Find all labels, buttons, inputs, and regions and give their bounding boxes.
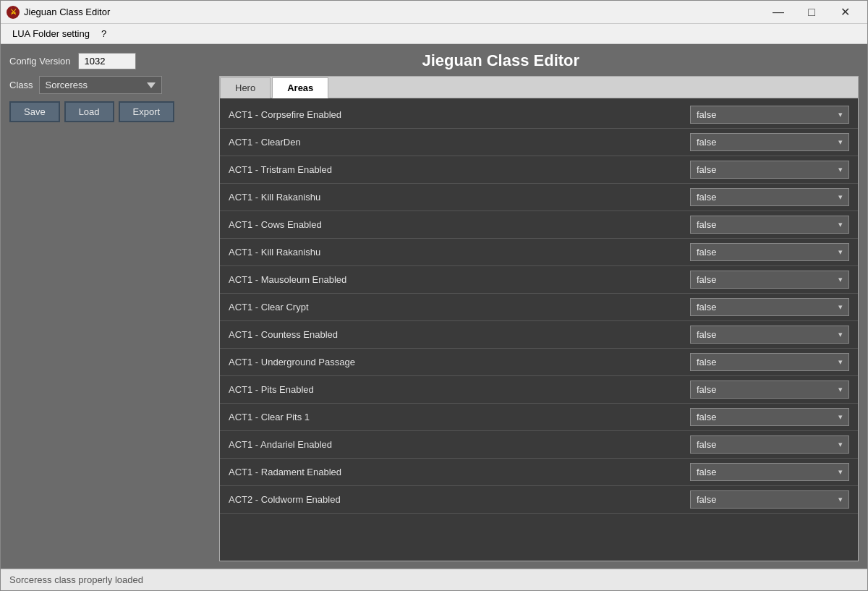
area-value-select[interactable]: falsetrue xyxy=(691,161,833,178)
area-row-name: ACT1 - Radament Enabled xyxy=(229,467,690,477)
area-row-name: ACT1 - Kill Rakanishu xyxy=(229,247,690,258)
area-select-wrapper: falsetrue▾ xyxy=(690,106,849,124)
area-row-name: ACT1 - Corpsefire Enabled xyxy=(229,109,690,120)
load-button[interactable]: Load xyxy=(64,101,114,122)
area-value-select[interactable]: falsetrue xyxy=(691,464,833,480)
editor-panel: Hero Areas ACT1 - Corpsefire Enabledfals… xyxy=(219,76,859,561)
title-bar-controls: — □ ✕ xyxy=(762,1,861,24)
area-row: ACT1 - Tristram Enabledfalsetrue▾ xyxy=(220,156,858,184)
area-row-name: ACT1 - Pits Enabled xyxy=(229,384,690,395)
menu-bar: LUA Folder setting ? xyxy=(1,24,867,44)
area-select-wrapper: falsetrue▾ xyxy=(690,353,849,371)
tab-areas[interactable]: Areas xyxy=(272,77,328,98)
area-row: ACT1 - Clear Pits 1falsetrue▾ xyxy=(220,404,858,431)
area-row: ACT1 - Mausoleum Enabledfalsetrue▾ xyxy=(220,266,858,294)
chevron-down-icon: ▾ xyxy=(833,357,848,367)
content-layout: Class SorceressAmazonNecromancerPaladinB… xyxy=(9,76,859,561)
area-row: ACT1 - ClearDenfalsetrue▾ xyxy=(220,129,858,156)
title-bar: ⚔ Jieguan Class Editor — □ ✕ xyxy=(1,1,867,24)
area-value-select[interactable]: falsetrue xyxy=(691,189,833,205)
chevron-down-icon: ▾ xyxy=(833,110,848,119)
menu-item-lua-folder[interactable]: LUA Folder setting xyxy=(7,25,95,42)
config-version-input[interactable] xyxy=(78,53,136,69)
action-buttons: Save Load Export xyxy=(9,101,219,122)
area-row-name: ACT1 - Countess Enabled xyxy=(229,329,690,340)
area-value-select[interactable]: falsetrue xyxy=(691,326,833,343)
chevron-down-icon: ▾ xyxy=(833,137,848,147)
area-select-wrapper: falsetrue▾ xyxy=(690,380,849,399)
tabs: Hero Areas xyxy=(220,77,858,98)
area-select-wrapper: falsetrue▾ xyxy=(690,161,849,179)
area-select-wrapper: falsetrue▾ xyxy=(690,408,849,426)
chevron-down-icon: ▾ xyxy=(833,247,848,257)
menu-item-help[interactable]: ? xyxy=(95,25,112,42)
config-row: Config Version Jieguan Class Editor xyxy=(9,51,859,70)
close-button[interactable]: ✕ xyxy=(828,1,861,24)
chevron-down-icon: ▾ xyxy=(833,440,848,449)
area-select-wrapper: falsetrue▾ xyxy=(690,133,849,151)
area-value-select[interactable]: falsetrue xyxy=(691,491,833,508)
class-label: Class xyxy=(9,80,33,90)
class-select[interactable]: SorceressAmazonNecromancerPaladinBarbari… xyxy=(39,76,162,94)
app-title: Jieguan Class Editor xyxy=(143,51,859,70)
area-select-wrapper: falsetrue▾ xyxy=(690,271,849,289)
area-row-name: ACT1 - Kill Rakanishu xyxy=(229,192,690,203)
minimize-button[interactable]: — xyxy=(762,1,795,24)
class-row: Class SorceressAmazonNecromancerPaladinB… xyxy=(9,76,219,94)
area-row: ACT1 - Andariel Enabledfalsetrue▾ xyxy=(220,431,858,459)
area-row-name: ACT1 - Andariel Enabled xyxy=(229,439,690,450)
area-value-select[interactable]: falsetrue xyxy=(691,436,833,453)
area-select-wrapper: falsetrue▾ xyxy=(690,326,849,344)
area-row: ACT1 - Radament Enabledfalsetrue▾ xyxy=(220,459,858,486)
areas-list: ACT1 - Corpsefire Enabledfalsetrue▾ACT1 … xyxy=(220,98,858,561)
area-value-select[interactable]: falsetrue xyxy=(691,244,833,260)
status-text: Sorceress class properly loaded xyxy=(9,574,143,585)
area-row: ACT1 - Corpsefire Enabledfalsetrue▾ xyxy=(220,101,858,129)
area-row: ACT1 - Pits Enabledfalsetrue▾ xyxy=(220,376,858,404)
maximize-button[interactable]: □ xyxy=(795,1,828,24)
area-row-name: ACT1 - Clear Pits 1 xyxy=(229,412,690,422)
export-button[interactable]: Export xyxy=(119,101,175,122)
area-row-name: ACT1 - Cows Enabled xyxy=(229,219,690,230)
area-row-name: ACT1 - Mausoleum Enabled xyxy=(229,274,690,285)
chevron-down-icon: ▾ xyxy=(833,302,848,312)
right-panel: Hero Areas ACT1 - Corpsefire Enabledfals… xyxy=(219,76,859,561)
area-row: ACT1 - Clear Cryptfalsetrue▾ xyxy=(220,294,858,321)
area-select-wrapper: falsetrue▾ xyxy=(690,435,849,454)
tab-hero[interactable]: Hero xyxy=(220,77,271,98)
tab-content-areas: ACT1 - Corpsefire Enabledfalsetrue▾ACT1 … xyxy=(220,98,858,561)
area-row: ACT1 - Countess Enabledfalsetrue▾ xyxy=(220,321,858,349)
area-row-name: ACT1 - ClearDen xyxy=(229,137,690,148)
area-value-select[interactable]: falsetrue xyxy=(691,106,833,123)
area-value-select[interactable]: falsetrue xyxy=(691,409,833,425)
area-select-wrapper: falsetrue▾ xyxy=(690,216,849,234)
left-panel: Class SorceressAmazonNecromancerPaladinB… xyxy=(9,76,219,561)
chevron-down-icon: ▾ xyxy=(833,192,848,202)
status-bar: Sorceress class properly loaded xyxy=(1,569,867,590)
area-value-select[interactable]: falsetrue xyxy=(691,216,833,233)
area-row-name: ACT1 - Tristram Enabled xyxy=(229,164,690,175)
chevron-down-icon: ▾ xyxy=(833,330,848,339)
area-row: ACT1 - Underground Passagefalsetrue▾ xyxy=(220,349,858,376)
area-select-wrapper: falsetrue▾ xyxy=(690,490,849,509)
area-select-wrapper: falsetrue▾ xyxy=(690,298,849,316)
chevron-down-icon: ▾ xyxy=(833,165,848,174)
save-button[interactable]: Save xyxy=(9,101,60,122)
area-select-wrapper: falsetrue▾ xyxy=(690,243,849,261)
chevron-down-icon: ▾ xyxy=(833,467,848,477)
area-value-select[interactable]: falsetrue xyxy=(691,381,833,398)
area-row: ACT2 - Coldworm Enabledfalsetrue▾ xyxy=(220,486,858,514)
area-value-select[interactable]: falsetrue xyxy=(691,299,833,315)
area-row-name: ACT2 - Coldworm Enabled xyxy=(229,494,690,505)
area-value-select[interactable]: falsetrue xyxy=(691,354,833,370)
chevron-down-icon: ▾ xyxy=(833,385,848,394)
area-row: ACT1 - Kill Rakanishufalsetrue▾ xyxy=(220,184,858,211)
area-value-select[interactable]: falsetrue xyxy=(691,134,833,150)
chevron-down-icon: ▾ xyxy=(833,275,848,284)
chevron-down-icon: ▾ xyxy=(833,220,848,229)
area-row: ACT1 - Kill Rakanishufalsetrue▾ xyxy=(220,239,858,266)
area-select-wrapper: falsetrue▾ xyxy=(690,463,849,481)
area-row-name: ACT1 - Clear Crypt xyxy=(229,302,690,312)
area-row: ACT1 - Cows Enabledfalsetrue▾ xyxy=(220,211,858,239)
area-value-select[interactable]: falsetrue xyxy=(691,271,833,288)
